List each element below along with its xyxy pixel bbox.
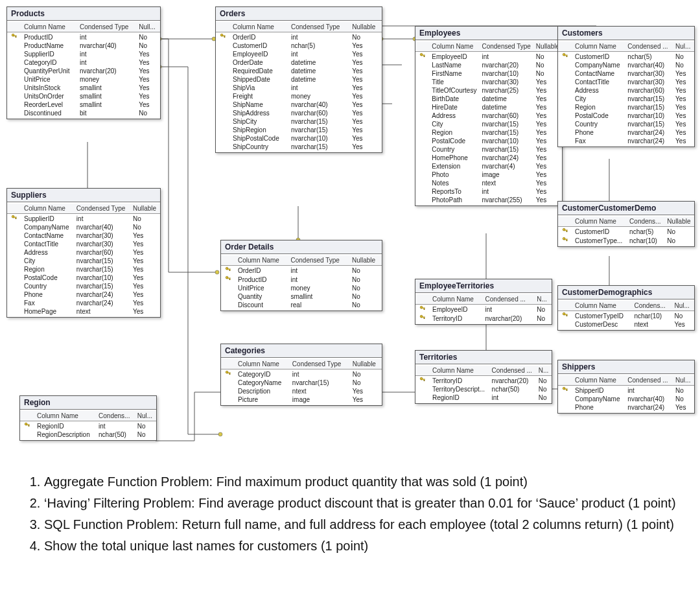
column-row[interactable]: ContactNamenvarchar(30)Yes	[7, 231, 160, 240]
column-row[interactable]: DescriptionntextYes	[221, 387, 382, 395]
column-row[interactable]: ReportsTointYes	[415, 187, 562, 196]
column-row[interactable]: Phonenvarchar(24)Yes	[558, 128, 694, 137]
entity-territories[interactable]: Territories Column NameCondensed ...N...…	[415, 350, 552, 404]
entity-title[interactable]: Categories	[221, 344, 382, 358]
column-row[interactable]: EmployeeIDintYes	[216, 50, 382, 58]
column-row[interactable]: QuantityPerUnitnvarchar(20)Yes	[7, 67, 160, 75]
column-row[interactable]: UnitPricemoneyNo	[221, 284, 382, 292]
column-row[interactable]: UnitsInStocksmallintYes	[7, 84, 160, 92]
column-row[interactable]: CompanyNamenvarchar(40)No	[558, 61, 694, 69]
column-row[interactable]: HomePhonenvarchar(24)Yes	[415, 154, 562, 162]
entity-title[interactable]: Employees	[415, 27, 562, 40]
column-row[interactable]: Faxnvarchar(24)Yes	[558, 137, 694, 145]
column-row[interactable]: OrderIDintNo	[221, 266, 382, 275]
column-row[interactable]: ShipViaintYes	[216, 84, 382, 92]
column-row[interactable]: ProductIDintNo	[7, 32, 160, 42]
column-row[interactable]: Phonenvarchar(24)Yes	[558, 403, 694, 412]
column-row[interactable]: ProductNamenvarchar(40)No	[7, 41, 160, 50]
column-row[interactable]: TerritoryIDnvarchar(20)No	[415, 376, 552, 386]
entity-employeeterritories[interactable]: EmployeeTerritories Column NameCondensed…	[415, 279, 552, 325]
column-row[interactable]: ContactTitlenvarchar(30)Yes	[7, 240, 160, 248]
column-row[interactable]: Citynvarchar(15)Yes	[7, 257, 160, 265]
entity-customercustomerdemo[interactable]: CustomerCustomerDemo Column NameCondens.…	[557, 201, 695, 247]
column-row[interactable]: CompanyNamenvarchar(40)No	[7, 223, 160, 231]
column-row[interactable]: PhotoimageYes	[415, 170, 562, 179]
entity-categories[interactable]: Categories Column NameCondensed TypeNull…	[220, 344, 382, 406]
column-row[interactable]: ShipNamenvarchar(40)Yes	[216, 100, 382, 109]
column-row[interactable]: CategoryIDintNo	[221, 369, 382, 379]
column-row[interactable]: ContactTitlenvarchar(30)Yes	[558, 78, 694, 86]
column-row[interactable]: TerritoryDescript...nchar(50)No	[415, 385, 552, 393]
column-row[interactable]: UnitPricemoneyYes	[7, 75, 160, 84]
entity-title[interactable]: CustomerDemographics	[558, 286, 694, 299]
entity-title[interactable]: Suppliers	[7, 189, 160, 202]
column-row[interactable]: TitleOfCourtesynvarchar(25)Yes	[415, 86, 562, 95]
column-row[interactable]: CustomerTypeIDnchar(10)No	[558, 311, 694, 321]
column-row[interactable]: DiscontinuedbitNo	[7, 109, 160, 117]
column-row[interactable]: OrderDatedatetimeYes	[216, 58, 382, 67]
column-row[interactable]: ShippedDatedatetimeYes	[216, 75, 382, 84]
column-row[interactable]: ShipCountrynvarchar(15)Yes	[216, 143, 382, 151]
column-row[interactable]: Regionnvarchar(15)Yes	[558, 103, 694, 111]
column-row[interactable]: CustomerIDnchar(5)No	[558, 52, 694, 62]
column-row[interactable]: Citynvarchar(15)Yes	[558, 95, 694, 103]
column-row[interactable]: Addressnvarchar(60)Yes	[7, 248, 160, 257]
column-row[interactable]: ProductIDintNo	[221, 275, 382, 284]
entity-customers[interactable]: Customers Column NameCondensed ...Nul...…	[557, 26, 695, 147]
column-row[interactable]: PostalCodenvarchar(10)Yes	[415, 137, 562, 145]
column-row[interactable]: QuantitysmallintNo	[221, 292, 382, 301]
column-row[interactable]: HomePagentextYes	[7, 307, 160, 316]
entity-shippers[interactable]: Shippers Column NameCondensed ...Nul...S…	[557, 360, 695, 414]
column-row[interactable]: PictureimageYes	[221, 395, 382, 404]
entity-title[interactable]: Region	[20, 396, 156, 410]
column-row[interactable]: RequiredDatedatetimeYes	[216, 67, 382, 75]
column-row[interactable]: ShipRegionnvarchar(15)Yes	[216, 126, 382, 134]
column-row[interactable]: RegionIDintNo	[415, 393, 552, 402]
column-row[interactable]: Regionnvarchar(15)Yes	[7, 265, 160, 274]
column-row[interactable]: Titlenvarchar(30)Yes	[415, 78, 562, 86]
column-row[interactable]: Countrynvarchar(15)Yes	[415, 145, 562, 154]
entity-title[interactable]: Products	[7, 7, 160, 21]
entity-products[interactable]: Products Column NameCondensed TypeNull..…	[6, 6, 161, 119]
column-row[interactable]: Faxnvarchar(24)Yes	[7, 299, 160, 307]
entity-title[interactable]: EmployeeTerritories	[415, 279, 552, 293]
column-row[interactable]: ReorderLevelsmallintYes	[7, 100, 160, 109]
column-row[interactable]: TerritoryIDnvarchar(20)No	[415, 314, 552, 323]
column-row[interactable]: PostalCodenvarchar(10)Yes	[558, 111, 694, 120]
entity-customerdemographics[interactable]: CustomerDemographics Column NameCondens.…	[557, 285, 695, 331]
column-row[interactable]: SupplierIDintYes	[7, 50, 160, 58]
column-row[interactable]: CustomerType...nchar(10)No	[558, 236, 694, 245]
column-row[interactable]: EmployeeIDintNo	[415, 305, 552, 314]
entity-title[interactable]: Territories	[415, 351, 552, 364]
entity-title[interactable]: Shippers	[558, 360, 694, 374]
column-row[interactable]: Extensionnvarchar(4)Yes	[415, 162, 562, 170]
column-row[interactable]: NotesntextYes	[415, 179, 562, 187]
column-row[interactable]: ShipperIDintNo	[558, 386, 694, 395]
entity-title[interactable]: Order Details	[221, 240, 382, 254]
column-row[interactable]: CustomerIDnchar(5)Yes	[216, 41, 382, 50]
entity-title[interactable]: CustomerCustomerDemo	[558, 202, 694, 215]
column-row[interactable]: RegionDescriptionnchar(50)No	[20, 430, 156, 439]
column-row[interactable]: Addressnvarchar(60)Yes	[558, 86, 694, 95]
column-row[interactable]: UnitsOnOrdersmallintYes	[7, 92, 160, 100]
entity-orderdetails[interactable]: Order Details Column NameCondensed TypeN…	[220, 240, 382, 311]
column-row[interactable]: Addressnvarchar(60)Yes	[415, 111, 562, 120]
column-row[interactable]: CompanyNamenvarchar(40)No	[558, 395, 694, 403]
column-row[interactable]: Countrynvarchar(15)Yes	[558, 120, 694, 128]
column-row[interactable]: ShipAddressnvarchar(60)Yes	[216, 109, 382, 117]
column-row[interactable]: Regionnvarchar(15)Yes	[415, 128, 562, 137]
column-row[interactable]: EmployeeIDintNo	[415, 52, 562, 62]
column-row[interactable]: OrderIDintNo	[216, 32, 382, 42]
entity-suppliers[interactable]: Suppliers Column NameCondensed TypeNulla…	[6, 188, 161, 318]
column-row[interactable]: Phonenvarchar(24)Yes	[7, 290, 160, 299]
column-row[interactable]: CategoryNamenvarchar(15)No	[221, 379, 382, 387]
column-row[interactable]: BirthDatedatetimeYes	[415, 95, 562, 103]
column-row[interactable]: CustomerIDnchar(5)No	[558, 227, 694, 237]
column-row[interactable]: ShipPostalCodenvarchar(10)Yes	[216, 134, 382, 143]
column-row[interactable]: ShipCitynvarchar(15)Yes	[216, 117, 382, 126]
entity-region[interactable]: Region Column NameCondens...Nul...Region…	[19, 395, 157, 441]
column-row[interactable]: LastNamenvarchar(20)No	[415, 61, 562, 69]
entity-employees[interactable]: Employees Column NameCondensed TypeNulla…	[415, 26, 563, 206]
column-row[interactable]: CustomerDescntextYes	[558, 320, 694, 329]
column-row[interactable]: FreightmoneyYes	[216, 92, 382, 100]
